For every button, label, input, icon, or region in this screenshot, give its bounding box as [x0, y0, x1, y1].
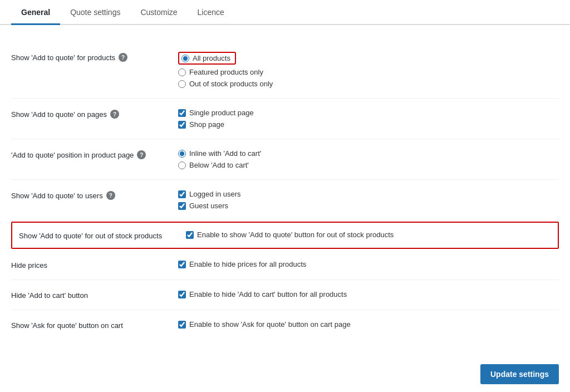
setting-row-pages: Show 'Add to quote' on pages ? Single pr… — [11, 99, 559, 139]
radio-option-below[interactable]: Below 'Add to cart' — [178, 161, 559, 169]
setting-row-ask-for-quote: Show 'Ask for quote' button on cart Enab… — [11, 310, 559, 340]
setting-row-out-of-stock: Show 'Add to quote' for out of stock pro… — [11, 222, 559, 249]
label-products: Show 'Add to quote' for products — [11, 53, 115, 62]
checkbox-logged-in[interactable] — [178, 190, 186, 198]
radio-option-featured[interactable]: Featured products only — [178, 68, 559, 76]
checkbox-option-guest[interactable]: Guest users — [178, 202, 559, 210]
checkbox-label-hide-cart-btn: Enable to hide 'Add to cart' button for … — [189, 290, 347, 298]
controls-out-of-stock: Enable to show 'Add to quote' button for… — [186, 231, 551, 239]
checkbox-label-enable-out-of-stock: Enable to show 'Add to quote' button for… — [197, 231, 394, 239]
controls-products: All products Featured products only Out … — [178, 52, 559, 88]
tab-customize[interactable]: Customize — [130, 0, 187, 25]
radio-label-all-products: All products — [193, 54, 230, 62]
checkbox-label-hide-prices: Enable to hide prices for all products — [189, 260, 306, 268]
checkbox-option-enable-out-of-stock[interactable]: Enable to show 'Add to quote' button for… — [186, 231, 551, 239]
controls-position: Inline with 'Add to cart' Below 'Add to … — [178, 149, 559, 169]
checkbox-label-logged-in: Logged in users — [189, 190, 241, 198]
checkbox-enable-out-of-stock[interactable] — [186, 231, 194, 239]
checkbox-hide-prices[interactable] — [178, 261, 186, 268]
checkbox-single-product[interactable] — [178, 109, 186, 117]
update-settings-button[interactable]: Update settings — [480, 364, 559, 384]
checkbox-label-guest: Guest users — [189, 202, 228, 210]
radio-option-inline[interactable]: Inline with 'Add to cart' — [178, 149, 559, 158]
label-position: 'Add to quote' position in product page — [11, 151, 134, 159]
label-users: Show 'Add to quote' to users — [11, 192, 103, 200]
controls-hide-add-to-cart: Enable to hide 'Add to cart' button for … — [178, 290, 559, 298]
checkbox-option-ask-for-quote[interactable]: Enable to show 'Ask for quote' button on… — [178, 320, 559, 329]
checkbox-label-ask-for-quote: Enable to show 'Ask for quote' button on… — [189, 320, 351, 329]
controls-pages: Single product page Shop page — [178, 109, 559, 129]
tabs-bar: General Quote settings Customize Licence — [0, 0, 570, 25]
checkbox-label-shop-page: Shop page — [189, 120, 224, 129]
radio-label-out-of-stock: Out of stock products only — [189, 80, 273, 88]
radio-inline[interactable] — [178, 150, 186, 158]
help-icon-pages[interactable]: ? — [110, 110, 119, 119]
label-hide-add-to-cart: Hide 'Add to cart' button — [11, 291, 88, 300]
radio-option-all-products[interactable]: All products — [178, 52, 559, 65]
radio-all-products[interactable] — [181, 55, 189, 62]
checkbox-option-hide-prices[interactable]: Enable to hide prices for all products — [178, 260, 559, 268]
help-icon-users[interactable]: ? — [106, 191, 115, 200]
label-pages: Show 'Add to quote' on pages — [11, 110, 107, 119]
radio-label-below: Below 'Add to cart' — [189, 161, 249, 169]
checkbox-option-single-product[interactable]: Single product page — [178, 109, 559, 117]
setting-row-position: 'Add to quote' position in product page … — [11, 139, 559, 180]
checkbox-guest[interactable] — [178, 202, 186, 210]
setting-row-hide-prices: Hide prices Enable to hide prices for al… — [11, 250, 559, 280]
radio-label-featured: Featured products only — [189, 68, 263, 76]
help-icon-position[interactable]: ? — [137, 150, 146, 159]
setting-row-users: Show 'Add to quote' to users ? Logged in… — [11, 180, 559, 220]
label-hide-prices: Hide prices — [11, 261, 47, 270]
tab-quote-settings[interactable]: Quote settings — [60, 0, 130, 25]
setting-row-hide-add-to-cart: Hide 'Add to cart' button Enable to hide… — [11, 280, 559, 310]
tab-licence[interactable]: Licence — [188, 0, 234, 25]
checkbox-option-shop-page[interactable]: Shop page — [178, 120, 559, 129]
controls-hide-prices: Enable to hide prices for all products — [178, 260, 559, 268]
checkbox-hide-cart-btn[interactable] — [178, 291, 186, 298]
radio-label-inline: Inline with 'Add to cart' — [189, 149, 261, 158]
radio-option-out-of-stock[interactable]: Out of stock products only — [178, 80, 559, 88]
controls-users: Logged in users Guest users — [178, 190, 559, 210]
settings-body: Show 'Add to quote' for products ? All p… — [0, 25, 570, 351]
checkbox-option-logged-in[interactable]: Logged in users — [178, 190, 559, 198]
label-ask-for-quote: Show 'Ask for quote' button on cart — [11, 321, 123, 330]
label-out-of-stock: Show 'Add to quote' for out of stock pro… — [19, 232, 162, 240]
checkbox-shop-page[interactable] — [178, 121, 186, 129]
tab-general[interactable]: General — [11, 0, 60, 25]
help-icon-products[interactable]: ? — [119, 53, 127, 62]
page-wrapper: General Quote settings Customize Licence… — [0, 0, 570, 392]
controls-ask-for-quote: Enable to show 'Ask for quote' button on… — [178, 320, 559, 329]
checkbox-option-hide-cart-btn[interactable]: Enable to hide 'Add to cart' button for … — [178, 290, 559, 298]
radio-below[interactable] — [178, 161, 186, 169]
radio-featured-products[interactable] — [178, 68, 186, 76]
checkbox-label-single-product: Single product page — [189, 109, 254, 117]
setting-row-products: Show 'Add to quote' for products ? All p… — [11, 42, 559, 99]
radio-out-of-stock-products[interactable] — [178, 80, 186, 88]
checkbox-ask-for-quote[interactable] — [178, 321, 186, 329]
